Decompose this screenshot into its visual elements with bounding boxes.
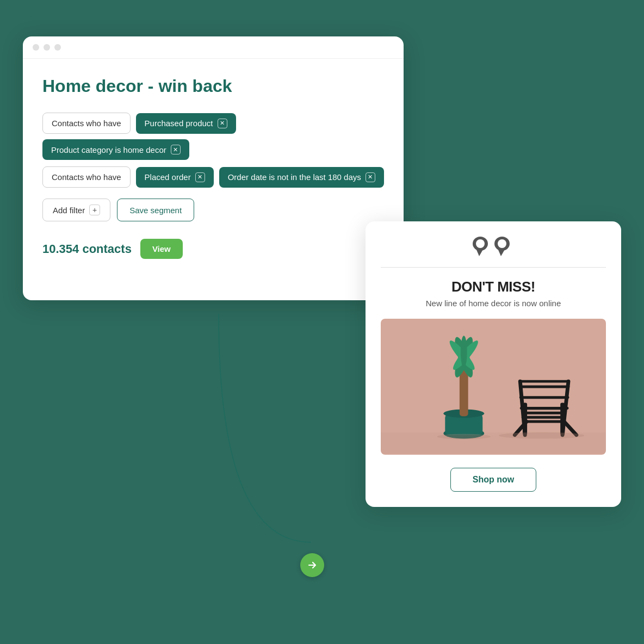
browser-dot-1: [33, 44, 39, 51]
actions-row: Add filter + Save segment: [42, 199, 384, 221]
close-icon-placed-order[interactable]: ✕: [195, 172, 205, 182]
filter-row-2: Contacts who have Placed order ✕ Order d…: [42, 166, 384, 188]
email-headline: DON'T MISS!: [381, 278, 606, 295]
svg-point-15: [461, 336, 467, 368]
email-logo: [381, 237, 606, 256]
contacts-row: 10.354 contacts View: [42, 239, 384, 259]
product-image-area: [381, 319, 606, 455]
filter-label-1: Contacts who have: [42, 113, 131, 134]
email-divider: [381, 267, 606, 268]
filter-label-2: Contacts who have: [42, 166, 131, 188]
quote-marks-icon: [472, 237, 515, 256]
browser-dot-3: [54, 44, 61, 51]
page-title: Home decor - win back: [42, 76, 384, 96]
contacts-count: 10.354 contacts: [42, 242, 132, 256]
filter-row-1: Contacts who have Purchased product ✕ Pr…: [42, 113, 384, 160]
shop-now-button[interactable]: Shop now: [450, 468, 536, 492]
browser-dot-2: [44, 44, 50, 51]
browser-card: Home decor - win back Contacts who have …: [23, 36, 404, 300]
close-icon-purchased-product[interactable]: ✕: [218, 119, 227, 128]
filter-tag-purchased-product[interactable]: Purchased product ✕: [136, 113, 236, 134]
close-icon-product-category[interactable]: ✕: [171, 145, 181, 154]
browser-titlebar: [23, 36, 404, 59]
svg-point-5: [498, 239, 506, 248]
filter-tag-product-category[interactable]: Product category is home decor ✕: [42, 139, 189, 160]
svg-marker-3: [498, 249, 505, 256]
svg-point-31: [437, 434, 491, 439]
add-filter-button[interactable]: Add filter +: [42, 199, 110, 221]
save-segment-button[interactable]: Save segment: [117, 199, 194, 221]
view-button[interactable]: View: [140, 239, 183, 259]
arrow-bubble: [300, 553, 324, 577]
svg-point-4: [476, 239, 485, 248]
connector-line: [208, 314, 322, 564]
email-card: DON'T MISS! New line of home decor is no…: [366, 221, 621, 507]
filter-tag-placed-order[interactable]: Placed order ✕: [136, 167, 214, 188]
product-illustration: [381, 319, 606, 455]
svg-marker-1: [476, 249, 484, 256]
svg-point-30: [499, 432, 585, 439]
email-subheadline: New line of home decor is now online: [381, 299, 606, 308]
plus-icon: +: [89, 205, 100, 215]
filter-tag-order-date[interactable]: Order date is not in the last 180 days ✕: [219, 167, 384, 188]
close-icon-order-date[interactable]: ✕: [366, 172, 375, 182]
